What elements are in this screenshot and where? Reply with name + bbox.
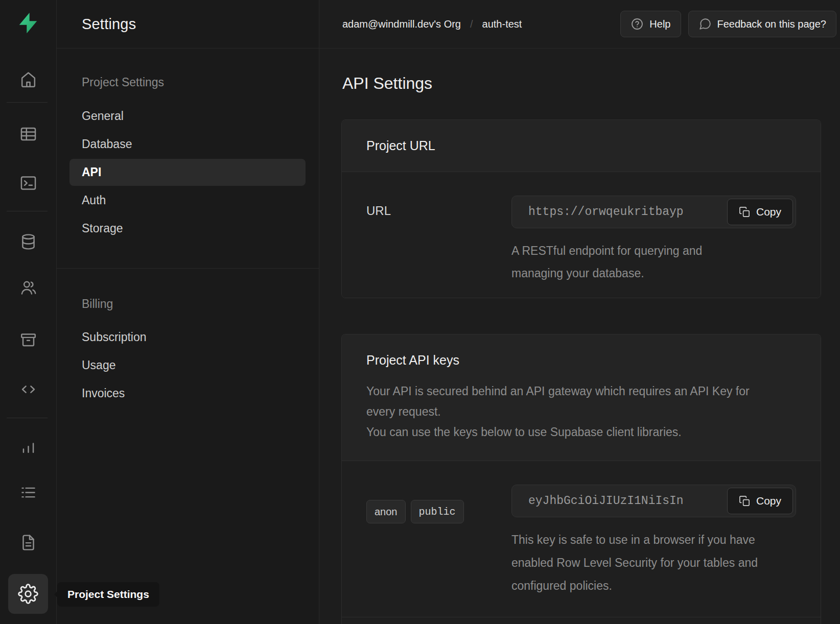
- url-label: URL: [366, 196, 511, 284]
- anon-key-copy-button[interactable]: Copy: [727, 488, 793, 514]
- nav-item-storage[interactable]: Storage: [69, 215, 306, 242]
- api-keys-intro-line2: You can use the keys below to use Supaba…: [366, 422, 770, 442]
- url-copy-label: Copy: [756, 206, 781, 218]
- url-value: https://orwqeukritbayp: [528, 205, 684, 219]
- help-circle-icon: [631, 17, 644, 31]
- billing-items: Subscription Usage Invoices: [69, 324, 306, 408]
- supabase-dashboard: Project Settings Settings Project Settin…: [0, 0, 840, 624]
- url-input-wrap: https://orwqeukritbayp Copy: [511, 196, 796, 228]
- help-button-label: Help: [649, 18, 670, 30]
- page-title: API Settings: [342, 74, 840, 93]
- anon-key-badges: anon public: [366, 493, 511, 523]
- breadcrumb-separator: /: [470, 18, 473, 30]
- anon-badge: anon: [366, 500, 406, 523]
- api-keys-card-body: anon public eyJhbGciOiJIUzI1NiIsIn Copy: [342, 461, 821, 624]
- anon-key-badges-col: anon public: [366, 485, 511, 597]
- feedback-button[interactable]: Feedback on this page?: [688, 11, 837, 37]
- reports-icon[interactable]: [14, 433, 42, 461]
- authentication-icon[interactable]: [14, 273, 42, 302]
- anon-key-value: eyJhbGciOiJIUzI1NiIsIn: [528, 494, 684, 508]
- next-key-row-cutoff: [342, 617, 821, 624]
- api-keys-intro-line1: Your API is secured behind an API gatewa…: [366, 381, 770, 422]
- public-badge: public: [411, 500, 464, 523]
- api-keys-card-intro: Your API is secured behind an API gatewa…: [366, 381, 770, 442]
- project-url-card-title: Project URL: [366, 138, 796, 153]
- copy-icon: [739, 206, 751, 218]
- project-api-keys-card: Project API keys Your API is secured beh…: [341, 334, 821, 624]
- nav-item-invoices[interactable]: Invoices: [69, 380, 306, 407]
- breadcrumb-bar: adam@windmill.dev's Org / auth-test Help…: [319, 0, 840, 49]
- project-settings-section-label: Project Settings: [82, 76, 164, 89]
- nav-item-general[interactable]: General: [69, 103, 306, 130]
- gear-icon: [18, 584, 38, 604]
- nav-item-auth[interactable]: Auth: [69, 187, 306, 214]
- billing-section-label: Billing: [82, 297, 113, 311]
- url-field-col: https://orwqeukritbayp Copy A RESTful en…: [511, 196, 796, 284]
- help-button[interactable]: Help: [620, 11, 681, 37]
- home-icon[interactable]: [14, 65, 42, 93]
- rail-divider: [7, 102, 48, 103]
- storage-icon[interactable]: [14, 325, 42, 354]
- feedback-button-label: Feedback on this page?: [717, 18, 827, 30]
- url-description: A RESTful endpoint for querying and mana…: [511, 239, 739, 284]
- url-copy-button[interactable]: Copy: [727, 199, 793, 225]
- project-settings-button[interactable]: [8, 574, 48, 614]
- nav-item-api[interactable]: API: [69, 159, 306, 186]
- anon-key-copy-label: Copy: [756, 495, 781, 507]
- url-row: URL https://orwqeukritbayp Copy A RESTfu…: [342, 172, 821, 298]
- breadcrumb-project[interactable]: auth-test: [482, 18, 522, 30]
- breadcrumb-org[interactable]: adam@windmill.dev's Org: [342, 18, 461, 30]
- logs-icon[interactable]: [14, 478, 42, 507]
- supabase-logo[interactable]: [16, 11, 40, 37]
- docs-icon[interactable]: [14, 528, 42, 557]
- table-editor-icon[interactable]: [14, 119, 42, 148]
- project-settings-items: General Database API Auth Storage: [69, 103, 306, 243]
- anon-key-description: This key is safe to use in a browser if …: [511, 529, 775, 597]
- project-settings-tooltip: Project Settings: [57, 582, 159, 607]
- main-area: adam@windmill.dev's Org / auth-test Help…: [319, 0, 840, 624]
- project-url-card-body: URL https://orwqeukritbayp Copy A RESTfu…: [342, 172, 821, 298]
- project-url-card: Project URL URL https://orwqeukritbayp C…: [341, 119, 821, 298]
- anon-key-row: anon public eyJhbGciOiJIUzI1NiIsIn Copy: [342, 461, 821, 617]
- database-icon[interactable]: [14, 227, 42, 256]
- settings-nav-panel: Settings Project Settings General Databa…: [56, 0, 319, 624]
- nav-section-divider: [56, 268, 319, 269]
- settings-panel-title: Settings: [82, 16, 136, 33]
- chat-bubble-icon: [698, 17, 712, 31]
- rail-divider: [7, 211, 48, 211]
- icon-rail: [0, 0, 57, 624]
- sql-editor-icon[interactable]: [14, 169, 42, 197]
- settings-nav-header: Settings: [56, 0, 319, 49]
- api-keys-card-header: Project API keys Your API is secured beh…: [342, 334, 821, 461]
- api-keys-card-title: Project API keys: [366, 353, 796, 368]
- copy-icon: [739, 495, 751, 507]
- rail-divider: [7, 418, 48, 418]
- nav-item-subscription[interactable]: Subscription: [69, 324, 306, 351]
- project-url-card-header: Project URL: [342, 120, 821, 172]
- edge-functions-icon[interactable]: [14, 375, 42, 403]
- nav-item-usage[interactable]: Usage: [69, 352, 306, 379]
- anon-key-field-col: eyJhbGciOiJIUzI1NiIsIn Copy This key is …: [511, 485, 796, 597]
- anon-key-input-wrap: eyJhbGciOiJIUzI1NiIsIn Copy: [511, 485, 796, 517]
- nav-item-database[interactable]: Database: [69, 131, 306, 158]
